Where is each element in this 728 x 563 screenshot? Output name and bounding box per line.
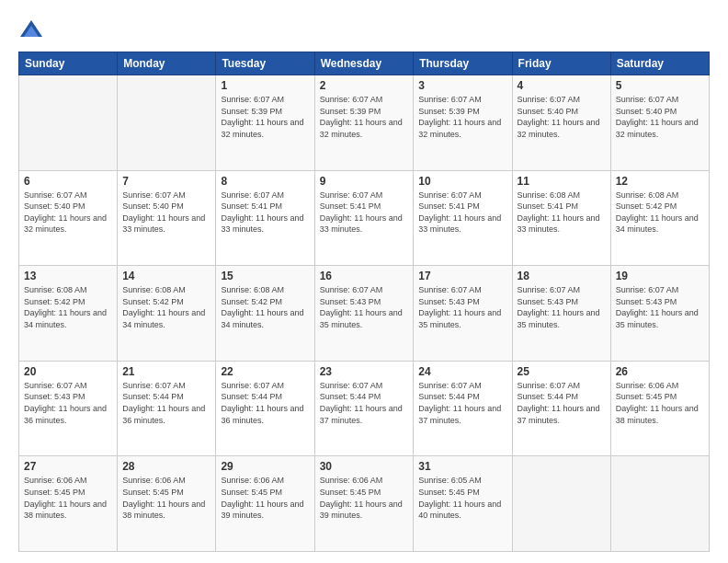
- calendar-cell: [512, 456, 610, 552]
- day-number: 3: [418, 79, 506, 92]
- day-info: Sunrise: 6:08 AMSunset: 5:42 PMDaylight:…: [616, 190, 704, 236]
- calendar-cell: 28Sunrise: 6:06 AMSunset: 5:45 PMDayligh…: [118, 456, 216, 552]
- calendar-cell: [19, 75, 118, 171]
- day-number: 13: [24, 270, 112, 282]
- weekday-sunday: Sunday: [19, 52, 118, 75]
- day-number: 21: [122, 365, 210, 378]
- calendar-cell: 4Sunrise: 6:07 AMSunset: 5:40 PMDaylight…: [512, 75, 610, 171]
- calendar-cell: 11Sunrise: 6:08 AMSunset: 5:41 PMDayligh…: [512, 170, 610, 266]
- day-number: 31: [418, 460, 506, 473]
- day-info: Sunrise: 6:08 AMSunset: 5:42 PMDaylight:…: [221, 284, 309, 330]
- day-info: Sunrise: 6:07 AMSunset: 5:43 PMDaylight:…: [518, 284, 606, 330]
- day-number: 10: [418, 175, 506, 188]
- day-number: 24: [418, 365, 506, 378]
- calendar-cell: 2Sunrise: 6:07 AMSunset: 5:39 PMDaylight…: [314, 75, 414, 171]
- day-info: Sunrise: 6:07 AMSunset: 5:40 PMDaylight:…: [616, 94, 704, 140]
- day-number: 7: [122, 175, 210, 188]
- page: SundayMondayTuesdayWednesdayThursdayFrid…: [0, 0, 728, 563]
- day-info: Sunrise: 6:07 AMSunset: 5:43 PMDaylight:…: [418, 284, 506, 330]
- week-row-5: 27Sunrise: 6:06 AMSunset: 5:45 PMDayligh…: [19, 456, 710, 552]
- day-number: 8: [221, 175, 309, 188]
- weekday-saturday: Saturday: [610, 52, 709, 75]
- day-info: Sunrise: 6:07 AMSunset: 5:41 PMDaylight:…: [320, 190, 409, 236]
- day-info: Sunrise: 6:07 AMSunset: 5:41 PMDaylight:…: [418, 190, 506, 236]
- day-info: Sunrise: 6:07 AMSunset: 5:44 PMDaylight:…: [221, 380, 309, 426]
- calendar-cell: 6Sunrise: 6:07 AMSunset: 5:40 PMDaylight…: [19, 170, 118, 266]
- logo: [18, 17, 48, 42]
- day-number: 25: [518, 365, 606, 378]
- calendar-cell: 15Sunrise: 6:08 AMSunset: 5:42 PMDayligh…: [216, 266, 314, 362]
- logo-icon: [18, 17, 44, 42]
- day-number: 2: [320, 79, 409, 92]
- weekday-friday: Friday: [512, 52, 610, 75]
- calendar-cell: 30Sunrise: 6:06 AMSunset: 5:45 PMDayligh…: [314, 456, 414, 552]
- day-info: Sunrise: 6:05 AMSunset: 5:45 PMDaylight:…: [418, 475, 506, 521]
- day-number: 4: [518, 79, 606, 92]
- day-info: Sunrise: 6:07 AMSunset: 5:39 PMDaylight:…: [320, 94, 409, 140]
- calendar-cell: 8Sunrise: 6:07 AMSunset: 5:41 PMDaylight…: [216, 170, 314, 266]
- day-info: Sunrise: 6:08 AMSunset: 5:41 PMDaylight:…: [518, 190, 606, 236]
- calendar-body: 1Sunrise: 6:07 AMSunset: 5:39 PMDaylight…: [19, 75, 710, 552]
- calendar-cell: 17Sunrise: 6:07 AMSunset: 5:43 PMDayligh…: [414, 266, 512, 362]
- day-number: 17: [418, 270, 506, 282]
- calendar-cell: 14Sunrise: 6:08 AMSunset: 5:42 PMDayligh…: [118, 266, 216, 362]
- calendar-cell: 7Sunrise: 6:07 AMSunset: 5:40 PMDaylight…: [118, 170, 216, 266]
- calendar-cell: 22Sunrise: 6:07 AMSunset: 5:44 PMDayligh…: [216, 361, 314, 456]
- day-number: 16: [320, 270, 409, 282]
- header: [18, 17, 710, 42]
- day-info: Sunrise: 6:08 AMSunset: 5:42 PMDaylight:…: [122, 284, 210, 330]
- day-number: 30: [320, 460, 409, 473]
- day-number: 1: [221, 79, 309, 92]
- calendar-cell: 20Sunrise: 6:07 AMSunset: 5:43 PMDayligh…: [19, 361, 118, 456]
- day-info: Sunrise: 6:07 AMSunset: 5:44 PMDaylight:…: [418, 380, 506, 426]
- calendar-cell: 31Sunrise: 6:05 AMSunset: 5:45 PMDayligh…: [414, 456, 512, 552]
- day-number: 6: [24, 175, 112, 188]
- day-info: Sunrise: 6:08 AMSunset: 5:42 PMDaylight:…: [24, 284, 112, 330]
- day-number: 20: [24, 365, 112, 378]
- calendar-cell: 24Sunrise: 6:07 AMSunset: 5:44 PMDayligh…: [414, 361, 512, 456]
- calendar-cell: 10Sunrise: 6:07 AMSunset: 5:41 PMDayligh…: [414, 170, 512, 266]
- calendar-cell: 12Sunrise: 6:08 AMSunset: 5:42 PMDayligh…: [610, 170, 709, 266]
- day-info: Sunrise: 6:06 AMSunset: 5:45 PMDaylight:…: [221, 475, 309, 521]
- day-info: Sunrise: 6:06 AMSunset: 5:45 PMDaylight:…: [616, 380, 704, 426]
- calendar-cell: 23Sunrise: 6:07 AMSunset: 5:44 PMDayligh…: [314, 361, 414, 456]
- calendar-cell: [118, 75, 216, 171]
- day-number: 12: [616, 175, 704, 188]
- day-number: 22: [221, 365, 309, 378]
- day-info: Sunrise: 6:07 AMSunset: 5:44 PMDaylight:…: [518, 380, 606, 426]
- day-info: Sunrise: 6:07 AMSunset: 5:43 PMDaylight:…: [616, 284, 704, 330]
- week-row-4: 20Sunrise: 6:07 AMSunset: 5:43 PMDayligh…: [19, 361, 710, 456]
- calendar-header: SundayMondayTuesdayWednesdayThursdayFrid…: [19, 52, 710, 75]
- calendar-cell: 16Sunrise: 6:07 AMSunset: 5:43 PMDayligh…: [314, 266, 414, 362]
- day-info: Sunrise: 6:07 AMSunset: 5:41 PMDaylight:…: [221, 190, 309, 236]
- weekday-wednesday: Wednesday: [314, 52, 414, 75]
- calendar-cell: 29Sunrise: 6:06 AMSunset: 5:45 PMDayligh…: [216, 456, 314, 552]
- day-number: 28: [122, 460, 210, 473]
- day-number: 27: [24, 460, 112, 473]
- day-info: Sunrise: 6:07 AMSunset: 5:40 PMDaylight:…: [518, 94, 606, 140]
- day-info: Sunrise: 6:07 AMSunset: 5:44 PMDaylight:…: [320, 380, 409, 426]
- day-number: 19: [616, 270, 704, 282]
- day-info: Sunrise: 6:07 AMSunset: 5:39 PMDaylight:…: [221, 94, 309, 140]
- day-info: Sunrise: 6:07 AMSunset: 5:43 PMDaylight:…: [24, 380, 112, 426]
- day-number: 18: [518, 270, 606, 282]
- day-info: Sunrise: 6:06 AMSunset: 5:45 PMDaylight:…: [24, 475, 112, 521]
- weekday-monday: Monday: [118, 52, 216, 75]
- calendar-cell: 27Sunrise: 6:06 AMSunset: 5:45 PMDayligh…: [19, 456, 118, 552]
- calendar-cell: 3Sunrise: 6:07 AMSunset: 5:39 PMDaylight…: [414, 75, 512, 171]
- day-number: 29: [221, 460, 309, 473]
- week-row-3: 13Sunrise: 6:08 AMSunset: 5:42 PMDayligh…: [19, 266, 710, 362]
- day-number: 11: [518, 175, 606, 188]
- week-row-1: 1Sunrise: 6:07 AMSunset: 5:39 PMDaylight…: [19, 75, 710, 171]
- weekday-tuesday: Tuesday: [216, 52, 314, 75]
- calendar-cell: 13Sunrise: 6:08 AMSunset: 5:42 PMDayligh…: [19, 266, 118, 362]
- calendar-cell: 1Sunrise: 6:07 AMSunset: 5:39 PMDaylight…: [216, 75, 314, 171]
- day-info: Sunrise: 6:07 AMSunset: 5:40 PMDaylight:…: [122, 190, 210, 236]
- week-row-2: 6Sunrise: 6:07 AMSunset: 5:40 PMDaylight…: [19, 170, 710, 266]
- calendar-cell: 21Sunrise: 6:07 AMSunset: 5:44 PMDayligh…: [118, 361, 216, 456]
- calendar-cell: 5Sunrise: 6:07 AMSunset: 5:40 PMDaylight…: [610, 75, 709, 171]
- day-number: 15: [221, 270, 309, 282]
- day-number: 5: [616, 79, 704, 92]
- calendar-cell: 9Sunrise: 6:07 AMSunset: 5:41 PMDaylight…: [314, 170, 414, 266]
- day-number: 9: [320, 175, 409, 188]
